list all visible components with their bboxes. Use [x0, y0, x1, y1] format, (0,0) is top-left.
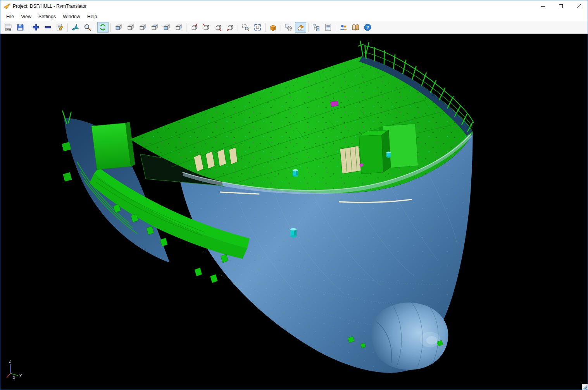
export-report-button[interactable]: [54, 22, 66, 33]
axis-label-z: Z: [9, 359, 11, 364]
show-box-button[interactable]: [267, 22, 279, 33]
model-tree-button[interactable]: [310, 22, 322, 33]
zoom-out-button[interactable]: [42, 22, 53, 33]
menubar: File View Settings Window Help: [0, 12, 588, 21]
cube-back-icon: [126, 23, 134, 31]
maximize-icon: [559, 3, 563, 9]
titlebar: Project: DSF/HULL - RvmTranslator: [0, 0, 588, 12]
rvm-file-icon: RVM: [4, 23, 12, 31]
maximize-button[interactable]: [552, 0, 570, 12]
users-icon: [340, 23, 348, 31]
app-window: Project: DSF/HULL - RvmTranslator File V…: [0, 0, 588, 390]
help-button[interactable]: ?: [362, 22, 373, 33]
save-icon: [16, 23, 24, 31]
window-controls: [534, 0, 588, 12]
zoom-in-button[interactable]: [30, 22, 41, 33]
minimize-icon: [541, 3, 545, 9]
cube-front-icon: [114, 23, 122, 31]
toolbar-separator: [95, 23, 95, 32]
book-icon: [352, 23, 360, 31]
axis-triad: Z Y X: [5, 358, 24, 380]
menu-view[interactable]: View: [17, 13, 35, 21]
menu-window[interactable]: Window: [59, 13, 83, 21]
toolbar-separator: [336, 23, 336, 32]
cube-top-icon: [162, 23, 171, 31]
cube-left-icon: [138, 23, 147, 31]
toolbar-separator: [28, 23, 28, 32]
eraser-icon: [297, 23, 305, 31]
settings-button[interactable]: [283, 22, 294, 33]
toolbar-separator: [186, 23, 186, 32]
view-bottom-button[interactable]: [173, 22, 184, 33]
view-iso-4-button[interactable]: [224, 22, 236, 33]
menu-settings[interactable]: Settings: [35, 13, 59, 21]
report-view-button[interactable]: [322, 22, 334, 33]
view-iso-1-button[interactable]: [188, 22, 200, 33]
close-icon: [577, 3, 581, 9]
zoom-extents-button[interactable]: [252, 22, 263, 33]
clear-highlight-button[interactable]: [295, 22, 306, 33]
tree-icon: [312, 23, 320, 31]
toolbar-separator: [281, 23, 281, 32]
toolbar-separator: [110, 23, 111, 32]
view-iso-3-button[interactable]: [212, 22, 224, 33]
jet-icon: [71, 23, 79, 31]
view-right-button[interactable]: [149, 22, 160, 33]
fly-through-button[interactable]: [70, 22, 81, 33]
zoom-view-button[interactable]: [82, 22, 93, 33]
cube-iso-ne-icon: [190, 23, 198, 31]
window-title: Project: DSF/HULL - RvmTranslator: [13, 3, 86, 9]
view-iso-2-button[interactable]: [200, 22, 212, 33]
cube-iso-se-icon: [214, 23, 222, 31]
document-edit-icon: [56, 23, 64, 31]
view-front-button[interactable]: [113, 22, 124, 33]
toolbar-separator: [238, 23, 238, 32]
cube-iso-nw-icon: [202, 23, 210, 31]
app-icon: [3, 3, 10, 9]
zoom-window-button[interactable]: [240, 22, 251, 33]
help-icon: ?: [364, 23, 372, 31]
minus-icon: [44, 23, 52, 31]
view-back-button[interactable]: [125, 22, 136, 33]
refresh-view-button[interactable]: [97, 22, 109, 33]
save-button[interactable]: [15, 22, 26, 33]
cube-right-icon: [150, 23, 159, 31]
resize-grip[interactable]: [582, 384, 588, 390]
orange-box-icon: [269, 23, 277, 31]
toolbar: RVM?: [0, 21, 588, 34]
plus-icon: [32, 23, 40, 31]
viewport-3d[interactable]: Z Y X: [0, 34, 588, 390]
view-left-button[interactable]: [137, 22, 148, 33]
svg-text:RVM: RVM: [5, 29, 11, 31]
report-icon: [324, 23, 332, 31]
gear-icon: [285, 23, 293, 31]
expand-icon: [253, 23, 262, 31]
toolbar-separator: [67, 23, 68, 32]
ship-model: [0, 34, 588, 390]
menu-help[interactable]: Help: [84, 13, 101, 21]
cube-iso-sw-icon: [226, 23, 234, 31]
close-button[interactable]: [570, 0, 588, 12]
manual-button[interactable]: [350, 22, 361, 33]
minimize-button[interactable]: [534, 0, 552, 12]
refresh-icon: [99, 23, 107, 31]
view-top-button[interactable]: [161, 22, 172, 33]
menu-file[interactable]: File: [3, 13, 17, 21]
zoom-area-icon: [241, 23, 250, 31]
toolbar-separator: [265, 23, 266, 32]
cube-bottom-icon: [174, 23, 183, 31]
magnifier-icon: [83, 23, 91, 31]
svg-text:?: ?: [366, 25, 369, 30]
magenta-fitting: [331, 101, 338, 107]
axis-label-x: X: [13, 376, 16, 380]
toolbar-separator: [308, 23, 309, 32]
resize-grip-icon: [582, 384, 588, 390]
axis-label-y: Y: [19, 374, 22, 378]
about-users-button[interactable]: [338, 22, 349, 33]
open-rvm-button[interactable]: RVM: [3, 22, 14, 33]
